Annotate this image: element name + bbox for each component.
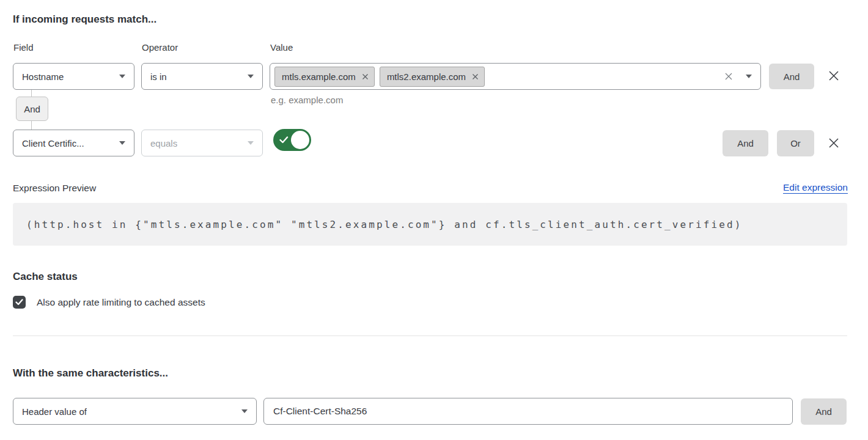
connector-line [31, 90, 32, 97]
connector-line [31, 121, 32, 130]
value-helper-text: e.g. example.com [271, 95, 343, 105]
cert-verified-toggle-on[interactable] [273, 129, 311, 151]
expression-code: (http.host in {"mtls.example.com" "mtls2… [26, 219, 742, 230]
value-tag: mtls.example.com [274, 67, 375, 87]
chevron-down-icon [241, 409, 248, 413]
field-select-row1-value: Hostname [22, 72, 64, 82]
value-tag-text: mtls2.example.com [387, 72, 466, 82]
operator-select-row1-value: is in [150, 72, 167, 82]
field-select-row1[interactable]: Hostname [13, 63, 134, 90]
expression-preview-label: Expression Preview [13, 183, 96, 194]
check-icon [279, 136, 289, 144]
toggle-knob [291, 131, 309, 149]
value-tag: mtls2.example.com [380, 67, 485, 87]
characteristics-title: With the same characteristics... [13, 367, 168, 380]
remove-condition-icon-row2[interactable] [828, 137, 840, 149]
rate-limit-rule-builder: If incoming requests match... Field Oper… [0, 0, 868, 440]
add-and-condition-button-row1[interactable]: And [769, 64, 814, 89]
check-icon [15, 299, 23, 306]
and-connector-button[interactable]: And [16, 97, 48, 121]
add-or-condition-button-row2[interactable]: Or [777, 130, 814, 156]
value-column-label: Value [270, 42, 293, 53]
characteristic-select-value: Header value of [22, 406, 87, 417]
field-column-label: Field [13, 42, 34, 53]
cached-assets-checkbox-label: Also apply rate limiting to cached asset… [37, 297, 205, 308]
chevron-down-icon [119, 75, 125, 78]
field-select-row2-value: Client Certific... [22, 138, 84, 148]
tag-remove-icon[interactable] [362, 73, 369, 80]
cache-status-title: Cache status [13, 271, 78, 283]
add-and-condition-button-row2[interactable]: And [723, 130, 768, 156]
chevron-down-icon [119, 141, 125, 145]
tag-remove-icon[interactable] [472, 73, 479, 80]
chevron-down-icon [248, 141, 254, 145]
chevron-down-icon [248, 75, 254, 78]
value-multiselect-row1[interactable]: mtls.example.com mtls2.example.com [270, 63, 761, 90]
chevron-down-icon[interactable] [746, 75, 752, 78]
match-section-title: If incoming requests match... [13, 13, 156, 26]
characteristic-select[interactable]: Header value of [13, 398, 257, 425]
header-name-input[interactable] [263, 398, 793, 425]
expression-code-block: (http.host in {"mtls.example.com" "mtls2… [13, 203, 847, 246]
edit-expression-link[interactable]: Edit expression [783, 182, 848, 193]
remove-condition-icon-row1[interactable] [828, 70, 840, 82]
cached-assets-checkbox-checked[interactable] [13, 296, 26, 309]
field-select-row2[interactable]: Client Certific... [13, 130, 134, 156]
value-tag-text: mtls.example.com [282, 72, 356, 82]
operator-column-label: Operator [142, 42, 178, 53]
value-tags: mtls.example.com mtls2.example.com [274, 67, 485, 87]
clear-values-icon[interactable] [724, 72, 733, 81]
add-characteristic-button[interactable]: And [801, 398, 847, 425]
operator-select-row2-disabled: equals [141, 130, 263, 156]
section-divider [13, 336, 847, 336]
operator-select-row2-value: equals [150, 138, 177, 148]
operator-select-row1[interactable]: is in [141, 63, 263, 90]
